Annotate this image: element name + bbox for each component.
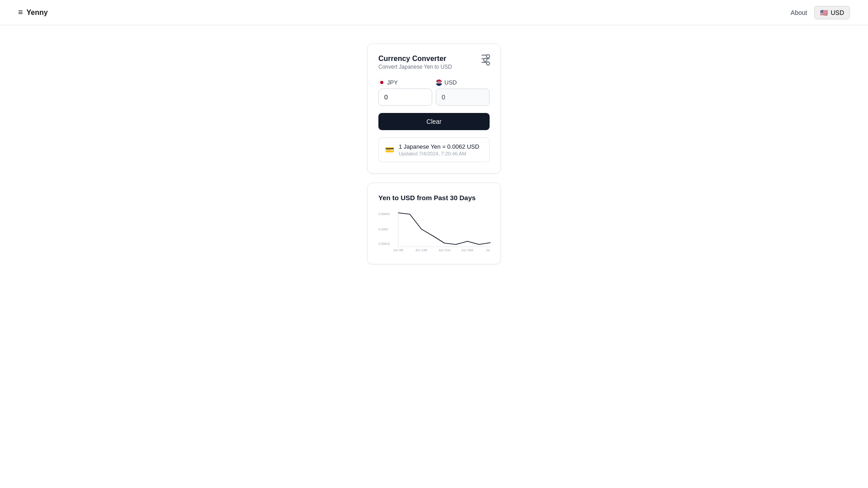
x-label-3: Jun 21st: [439, 249, 451, 251]
chart-line: [398, 213, 491, 244]
logo-area: ≡ Yenny: [18, 8, 48, 17]
card-header: Currency Converter Convert Japanese Yen …: [378, 55, 490, 70]
card-subtitle: Convert Japanese Yen to USD: [378, 64, 452, 70]
x-label-2: Jun 13th: [415, 249, 428, 251]
app-title: Yenny: [27, 9, 48, 17]
usd-input: [436, 89, 490, 106]
usd-group: 🇺🇸 USD: [436, 79, 490, 106]
settings-icon[interactable]: [481, 55, 490, 63]
currency-flag: 🇺🇸: [820, 9, 828, 16]
chart-svg: 0.00642 0.0063 0.00618 Jun 4th Jun 13th …: [378, 211, 491, 251]
chart-card: Yen to USD from Past 30 Days 0.00642 0.0…: [367, 183, 501, 264]
about-link[interactable]: About: [791, 9, 807, 16]
us-flag-icon: 🇺🇸: [436, 80, 442, 86]
currency-selector-button[interactable]: 🇺🇸 USD: [814, 6, 850, 19]
header: ≡ Yenny About 🇺🇸 USD: [0, 0, 868, 25]
card-title: Currency Converter: [378, 55, 452, 63]
currency-code: USD: [830, 9, 844, 16]
usd-label: 🇺🇸 USD: [436, 79, 490, 86]
logo-icon: ≡: [18, 8, 23, 17]
currency-inputs: JPY 🇺🇸 USD: [378, 79, 490, 106]
rate-details: 1 Japanese Yen = 0.0062 USD Updated 7/4/…: [399, 143, 479, 156]
rate-icon: 💳: [385, 145, 394, 154]
y-label-top: 0.00642: [378, 212, 390, 216]
x-label-5: Jul 9th: [486, 249, 491, 251]
japan-flag-icon: [378, 80, 385, 86]
chart-container: 0.00642 0.0063 0.00618 Jun 4th Jun 13th …: [378, 211, 490, 253]
rate-info: 💳 1 Japanese Yen = 0.0062 USD Updated 7/…: [378, 137, 490, 162]
header-right: About 🇺🇸 USD: [791, 6, 850, 19]
y-label-bot: 0.00618: [378, 242, 390, 245]
x-label-4: Jun 30th: [462, 249, 474, 251]
converter-card: Currency Converter Convert Japanese Yen …: [367, 43, 501, 174]
clear-button[interactable]: Clear: [378, 113, 490, 130]
jpy-label: JPY: [378, 79, 432, 86]
card-title-area: Currency Converter Convert Japanese Yen …: [378, 55, 452, 70]
rate-updated: Updated 7/4/2024, 7:20:46 AM: [399, 151, 479, 156]
jpy-input[interactable]: [378, 89, 432, 106]
rate-text: 1 Japanese Yen = 0.0062 USD: [399, 143, 479, 150]
y-label-mid: 0.0063: [378, 228, 388, 231]
x-label-1: Jun 4th: [393, 249, 404, 251]
main-content: Currency Converter Convert Japanese Yen …: [0, 25, 868, 282]
jpy-group: JPY: [378, 79, 432, 106]
chart-title: Yen to USD from Past 30 Days: [378, 194, 490, 202]
